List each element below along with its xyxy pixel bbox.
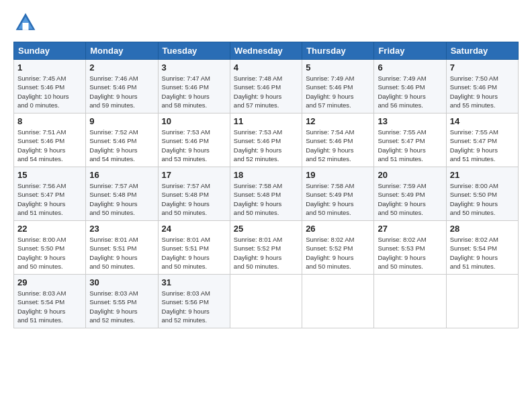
day-number: 21 bbox=[450, 170, 515, 180]
calendar-cell: 27Sunrise: 8:02 AM Sunset: 5:53 PM Dayli… bbox=[374, 221, 446, 275]
col-header-saturday: Saturday bbox=[446, 42, 518, 60]
calendar-cell: 4Sunrise: 7:48 AM Sunset: 5:46 PM Daylig… bbox=[230, 60, 302, 113]
day-info: Sunrise: 8:03 AM Sunset: 5:56 PM Dayligh… bbox=[162, 289, 226, 324]
day-number: 23 bbox=[89, 224, 154, 234]
col-header-thursday: Thursday bbox=[302, 42, 374, 60]
calendar-week-4: 22Sunrise: 8:00 AM Sunset: 5:50 PM Dayli… bbox=[14, 221, 519, 275]
calendar-cell: 11Sunrise: 7:53 AM Sunset: 5:46 PM Dayli… bbox=[230, 113, 302, 167]
calendar-cell: 10Sunrise: 7:53 AM Sunset: 5:46 PM Dayli… bbox=[158, 113, 230, 167]
day-number: 27 bbox=[378, 224, 442, 234]
calendar-cell: 3Sunrise: 7:47 AM Sunset: 5:46 PM Daylig… bbox=[158, 60, 230, 113]
calendar-cell: 18Sunrise: 7:58 AM Sunset: 5:48 PM Dayli… bbox=[230, 167, 302, 221]
day-number: 1 bbox=[17, 62, 82, 73]
day-number: 26 bbox=[306, 224, 370, 234]
day-info: Sunrise: 7:54 AM Sunset: 5:46 PM Dayligh… bbox=[306, 128, 370, 163]
calendar-cell: 28Sunrise: 8:02 AM Sunset: 5:54 PM Dayli… bbox=[446, 221, 518, 275]
day-info: Sunrise: 8:02 AM Sunset: 5:54 PM Dayligh… bbox=[450, 235, 515, 271]
calendar-cell: 22Sunrise: 8:00 AM Sunset: 5:50 PM Dayli… bbox=[14, 221, 86, 275]
day-number: 10 bbox=[162, 116, 226, 126]
day-number: 18 bbox=[234, 170, 298, 180]
calendar-cell: 1Sunrise: 7:45 AM Sunset: 5:46 PM Daylig… bbox=[14, 60, 86, 113]
logo-icon bbox=[13, 11, 38, 35]
day-number: 25 bbox=[234, 224, 298, 234]
calendar-cell: 20Sunrise: 7:59 AM Sunset: 5:49 PM Dayli… bbox=[374, 167, 446, 221]
day-info: Sunrise: 8:03 AM Sunset: 5:54 PM Dayligh… bbox=[17, 289, 82, 324]
calendar-cell: 7Sunrise: 7:50 AM Sunset: 5:46 PM Daylig… bbox=[446, 60, 518, 113]
day-info: Sunrise: 8:02 AM Sunset: 5:53 PM Dayligh… bbox=[378, 235, 442, 271]
col-header-tuesday: Tuesday bbox=[158, 42, 230, 60]
calendar-cell: 2Sunrise: 7:46 AM Sunset: 5:46 PM Daylig… bbox=[86, 60, 158, 113]
day-number: 22 bbox=[17, 224, 82, 234]
day-info: Sunrise: 7:45 AM Sunset: 5:46 PM Dayligh… bbox=[17, 74, 82, 109]
calendar-cell: 26Sunrise: 8:02 AM Sunset: 5:52 PM Dayli… bbox=[302, 221, 374, 275]
calendar-cell: 8Sunrise: 7:51 AM Sunset: 5:46 PM Daylig… bbox=[14, 113, 86, 167]
day-number: 7 bbox=[450, 62, 515, 73]
day-number: 6 bbox=[378, 62, 442, 73]
day-info: Sunrise: 8:01 AM Sunset: 5:51 PM Dayligh… bbox=[162, 235, 226, 271]
day-info: Sunrise: 7:49 AM Sunset: 5:46 PM Dayligh… bbox=[306, 74, 370, 109]
day-number: 8 bbox=[17, 116, 82, 126]
calendar-cell: 17Sunrise: 7:57 AM Sunset: 5:48 PM Dayli… bbox=[158, 167, 230, 221]
svg-rect-2 bbox=[23, 23, 29, 30]
day-number: 31 bbox=[162, 277, 226, 287]
day-info: Sunrise: 7:50 AM Sunset: 5:46 PM Dayligh… bbox=[450, 74, 515, 109]
day-info: Sunrise: 7:48 AM Sunset: 5:46 PM Dayligh… bbox=[234, 74, 298, 109]
day-number: 29 bbox=[17, 277, 82, 287]
day-number: 24 bbox=[162, 224, 226, 234]
day-info: Sunrise: 7:55 AM Sunset: 5:47 PM Dayligh… bbox=[378, 128, 442, 163]
day-info: Sunrise: 7:57 AM Sunset: 5:48 PM Dayligh… bbox=[162, 181, 226, 217]
day-info: Sunrise: 7:59 AM Sunset: 5:49 PM Dayligh… bbox=[378, 181, 442, 217]
calendar-week-2: 8Sunrise: 7:51 AM Sunset: 5:46 PM Daylig… bbox=[14, 113, 519, 167]
calendar-cell: 5Sunrise: 7:49 AM Sunset: 5:46 PM Daylig… bbox=[302, 60, 374, 113]
day-number: 5 bbox=[306, 62, 370, 73]
calendar-cell bbox=[302, 275, 374, 328]
calendar-cell: 31Sunrise: 8:03 AM Sunset: 5:56 PM Dayli… bbox=[158, 275, 230, 328]
day-info: Sunrise: 8:00 AM Sunset: 5:50 PM Dayligh… bbox=[450, 181, 515, 217]
calendar-cell: 23Sunrise: 8:01 AM Sunset: 5:51 PM Dayli… bbox=[86, 221, 158, 275]
day-number: 13 bbox=[378, 116, 442, 126]
calendar-cell: 13Sunrise: 7:55 AM Sunset: 5:47 PM Dayli… bbox=[374, 113, 446, 167]
day-info: Sunrise: 7:49 AM Sunset: 5:46 PM Dayligh… bbox=[378, 74, 442, 109]
day-info: Sunrise: 7:53 AM Sunset: 5:46 PM Dayligh… bbox=[162, 128, 226, 163]
day-number: 15 bbox=[17, 170, 82, 180]
header bbox=[13, 11, 519, 35]
day-number: 17 bbox=[162, 170, 226, 180]
calendar-cell: 24Sunrise: 8:01 AM Sunset: 5:51 PM Dayli… bbox=[158, 221, 230, 275]
calendar-cell bbox=[446, 275, 518, 328]
day-number: 19 bbox=[306, 170, 370, 180]
calendar-week-5: 29Sunrise: 8:03 AM Sunset: 5:54 PM Dayli… bbox=[14, 275, 519, 328]
calendar-cell: 19Sunrise: 7:58 AM Sunset: 5:49 PM Dayli… bbox=[302, 167, 374, 221]
day-number: 9 bbox=[89, 116, 154, 126]
day-number: 20 bbox=[378, 170, 442, 180]
day-number: 16 bbox=[89, 170, 154, 180]
col-header-friday: Friday bbox=[374, 42, 446, 60]
calendar-cell: 16Sunrise: 7:57 AM Sunset: 5:48 PM Dayli… bbox=[86, 167, 158, 221]
calendar-cell: 30Sunrise: 8:03 AM Sunset: 5:55 PM Dayli… bbox=[86, 275, 158, 328]
calendar-cell bbox=[374, 275, 446, 328]
day-number: 28 bbox=[450, 224, 515, 234]
day-info: Sunrise: 8:03 AM Sunset: 5:55 PM Dayligh… bbox=[89, 289, 154, 324]
day-number: 4 bbox=[234, 62, 298, 73]
calendar-cell: 21Sunrise: 8:00 AM Sunset: 5:50 PM Dayli… bbox=[446, 167, 518, 221]
day-number: 11 bbox=[234, 116, 298, 126]
day-info: Sunrise: 7:55 AM Sunset: 5:47 PM Dayligh… bbox=[450, 128, 515, 163]
day-number: 14 bbox=[450, 116, 515, 126]
calendar-cell bbox=[230, 275, 302, 328]
day-info: Sunrise: 7:56 AM Sunset: 5:47 PM Dayligh… bbox=[17, 181, 82, 217]
col-header-wednesday: Wednesday bbox=[230, 42, 302, 60]
page-container: SundayMondayTuesdayWednesdayThursdayFrid… bbox=[0, 0, 532, 335]
day-number: 12 bbox=[306, 116, 370, 126]
calendar-cell: 12Sunrise: 7:54 AM Sunset: 5:46 PM Dayli… bbox=[302, 113, 374, 167]
day-info: Sunrise: 7:46 AM Sunset: 5:46 PM Dayligh… bbox=[89, 74, 154, 109]
logo bbox=[13, 11, 40, 35]
day-number: 3 bbox=[162, 62, 226, 73]
day-info: Sunrise: 7:53 AM Sunset: 5:46 PM Dayligh… bbox=[234, 128, 298, 163]
calendar-week-1: 1Sunrise: 7:45 AM Sunset: 5:46 PM Daylig… bbox=[14, 60, 519, 113]
day-info: Sunrise: 7:58 AM Sunset: 5:48 PM Dayligh… bbox=[234, 181, 298, 217]
calendar-cell: 9Sunrise: 7:52 AM Sunset: 5:46 PM Daylig… bbox=[86, 113, 158, 167]
day-info: Sunrise: 7:58 AM Sunset: 5:49 PM Dayligh… bbox=[306, 181, 370, 217]
day-info: Sunrise: 7:51 AM Sunset: 5:46 PM Dayligh… bbox=[17, 128, 82, 163]
col-header-monday: Monday bbox=[86, 42, 158, 60]
calendar-week-3: 15Sunrise: 7:56 AM Sunset: 5:47 PM Dayli… bbox=[14, 167, 519, 221]
day-info: Sunrise: 8:00 AM Sunset: 5:50 PM Dayligh… bbox=[17, 235, 82, 271]
